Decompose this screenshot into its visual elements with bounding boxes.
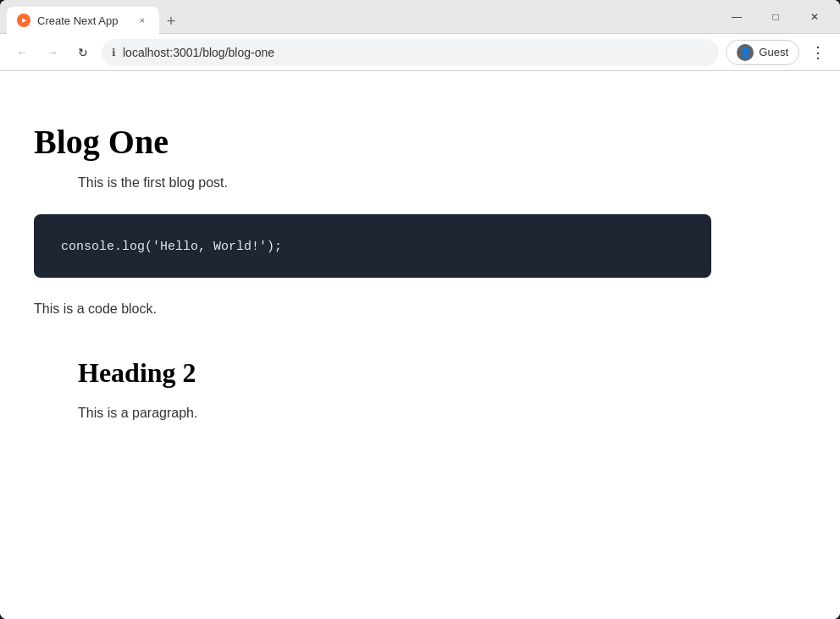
maximize-button[interactable]: □ <box>757 3 794 30</box>
blog-subtitle: This is the first blog post. <box>78 175 806 191</box>
code-block: console.log('Hello, World!'); <box>34 214 711 278</box>
heading-2: Heading 2 <box>78 357 806 389</box>
window-controls: — □ ✕ <box>718 3 833 30</box>
paragraph: This is a paragraph. <box>78 406 806 421</box>
browser-menu-button[interactable]: ⋮ <box>806 41 830 64</box>
profile-button[interactable]: 👤 Guest <box>726 40 799 65</box>
url-bar[interactable]: ℹ localhost:3001/blog/blog-one <box>102 39 719 66</box>
back-button[interactable]: ← <box>10 41 34 64</box>
tab-close-button[interactable]: × <box>135 14 149 27</box>
tab-title: Create Next App <box>37 14 129 27</box>
active-tab[interactable]: Create Next App × <box>7 7 159 34</box>
title-bar: Create Next App × + — □ ✕ <box>0 0 840 34</box>
minimize-button[interactable]: — <box>718 3 755 30</box>
close-button[interactable]: ✕ <box>796 3 833 30</box>
blog-title: Blog One <box>34 122 806 162</box>
new-tab-button[interactable]: + <box>159 9 183 33</box>
code-description: This is a code block. <box>34 301 806 317</box>
tab-favicon <box>17 14 30 27</box>
code-content: console.log('Hello, World!'); <box>61 240 282 254</box>
tab-bar: Create Next App × + <box>7 0 711 33</box>
forward-button[interactable]: → <box>41 41 64 64</box>
reload-button[interactable]: ↻ <box>71 41 95 64</box>
address-bar: ← → ↻ ℹ localhost:3001/blog/blog-one 👤 G… <box>0 34 840 71</box>
profile-icon: 👤 <box>737 44 754 61</box>
url-text: localhost:3001/blog/blog-one <box>123 46 709 59</box>
page-content: Blog One This is the first blog post. co… <box>0 71 840 619</box>
profile-label: Guest <box>759 46 788 58</box>
browser-window: Create Next App × + — □ ✕ ← → ↻ ℹ localh… <box>0 0 840 619</box>
security-icon: ℹ <box>112 47 116 58</box>
